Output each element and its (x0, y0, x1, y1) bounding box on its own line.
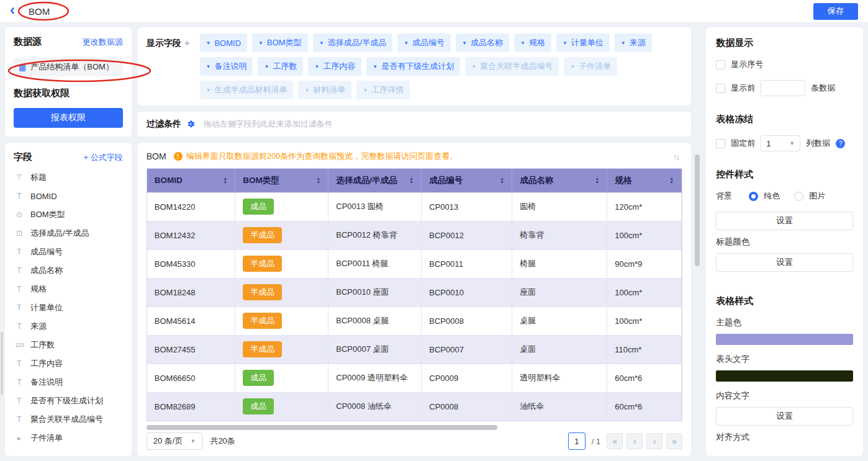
field-item[interactable]: TBOMID (14, 187, 123, 205)
field-item[interactable]: T聚合关联半成品编号 (14, 410, 123, 429)
table-row[interactable]: BOM45614半成品BCP0008 桌腿BCP0008桌腿100cm* (147, 307, 682, 335)
change-datasource-link[interactable]: 更改数据源 (83, 37, 123, 48)
content: 数据源 更改数据源 ▦ 产品结构清单（BOM） 数据获取权限 报表权限 字段 +… (0, 22, 868, 461)
display-field-chip[interactable]: ▼工序数 (258, 57, 303, 76)
display-field-chip[interactable]: ▼材料清单 (298, 81, 351, 99)
add-formula-field-link[interactable]: + 公式字段 (84, 152, 123, 163)
background-set-button[interactable]: 设置 (716, 212, 853, 230)
display-field-chip[interactable]: ▼BOMID (200, 34, 248, 52)
display-field-chip[interactable]: ▼子件清单 (564, 57, 617, 76)
gear-icon[interactable] (186, 120, 195, 128)
sidebar-scrollbar[interactable] (1, 332, 3, 395)
display-field-chip[interactable]: ▼聚合关联半成品编号 (465, 57, 559, 76)
save-button[interactable]: 保存 (813, 3, 858, 20)
table-row[interactable]: BOM82689成品CP0008 油纸伞CP0008油纸伞60cm*6 (147, 392, 682, 421)
chevron-down-icon: ▼ (319, 40, 324, 46)
field-item[interactable]: 123工序数 (14, 336, 123, 354)
field-item[interactable]: T成品名称 (14, 261, 123, 280)
theme-color-swatch[interactable] (716, 334, 853, 345)
field-item[interactable]: T成品编号 (14, 243, 123, 261)
show-first-label: 显示前 (731, 83, 755, 94)
field-label: 计量单位 (30, 302, 63, 313)
content-text-set-button[interactable]: 设置 (716, 407, 853, 426)
display-field-chip[interactable]: ▼备注说明 (200, 57, 253, 76)
display-field-chip[interactable]: ▼是否有下级生成计划 (366, 57, 460, 76)
prev-page-button[interactable]: ‹ (626, 433, 643, 449)
field-item[interactable]: ▸子件清单 (14, 429, 123, 447)
vertical-scrollbar[interactable] (695, 154, 700, 266)
cell: BCP0007 (422, 335, 512, 364)
header-text-swatch[interactable] (716, 370, 853, 382)
display-field-chip[interactable]: ▼生成半成品材料清单 (200, 81, 294, 99)
field-item[interactable]: T备注说明 (14, 373, 123, 392)
horizontal-scrollbar[interactable] (147, 425, 497, 430)
chevron-down-icon: ▼ (404, 40, 409, 46)
sort-icon[interactable]: ▲▼ (409, 177, 414, 184)
table-row[interactable]: BOM14220成品CP0013 圆椅CP0013圆椅120cm* (147, 192, 682, 221)
first-page-button[interactable]: « (607, 433, 623, 449)
display-field-chip[interactable]: ▼成品名称 (456, 34, 509, 52)
report-permission-button[interactable]: 报表权限 (14, 108, 123, 128)
column-header[interactable]: 规格▲▼ (607, 169, 682, 192)
back-icon[interactable]: ‹ (10, 2, 15, 17)
sort-icon[interactable]: ▲▼ (316, 177, 320, 184)
field-item[interactable]: T工序内容 (14, 354, 123, 373)
pagination-nav: «‹›» (607, 433, 682, 449)
column-header[interactable]: 成品编号▲▼ (422, 169, 512, 192)
field-item[interactable]: T是否有下级生成计划 (14, 392, 123, 410)
column-header[interactable]: BOMID▲▼ (147, 169, 235, 192)
cell: BCP0011 椅腿 (328, 249, 422, 278)
solid-color-radio[interactable] (749, 192, 758, 201)
field-item[interactable]: T来源 (14, 317, 123, 336)
image-radio[interactable] (794, 192, 803, 201)
display-field-chip[interactable]: ▼工序内容 (308, 57, 361, 76)
display-field-chip[interactable]: ▼工序详情 (356, 81, 410, 99)
sort-icon[interactable]: ▲▼ (500, 177, 504, 184)
column-header[interactable]: BOM类型▲▼ (235, 169, 328, 192)
table-row[interactable]: BOM27455半成品BCP0007 桌面BCP0007桌面110cm* (147, 335, 682, 364)
display-field-chip[interactable]: ▼规格 (514, 34, 551, 52)
text-field-icon: T (14, 266, 25, 275)
field-item[interactable]: T计量单位 (14, 298, 123, 317)
freeze-columns-select[interactable]: 1 ▼ (761, 135, 800, 151)
show-first-count-input[interactable] (761, 80, 805, 96)
next-page-button[interactable]: › (646, 433, 662, 449)
column-header[interactable]: 选择成品/半成品▲▼ (328, 169, 422, 192)
page-title: BOM (29, 6, 50, 17)
table-row[interactable]: BOM18248半成品BCP0010 座面BCP0010座面100cm* (147, 278, 682, 307)
field-item[interactable]: ⊡选择成品/半成品 (14, 224, 123, 243)
table-row[interactable]: BOM45330半成品BCP0011 椅腿BCP0011椅腿90cm*9 (147, 249, 682, 278)
show-first-checkbox[interactable] (716, 84, 725, 93)
chevron-down-icon: ▼ (190, 438, 196, 444)
column-header[interactable]: 成品名称▲▼ (512, 169, 607, 192)
sort-order-icon[interactable]: ↑↓ (673, 152, 682, 161)
page-size-select[interactable]: 20 条/页 ▼ (147, 432, 203, 450)
freeze-checkbox[interactable] (716, 139, 725, 148)
sort-icon[interactable]: ▲▼ (595, 177, 599, 184)
display-field-chip[interactable]: ▼计量单位 (556, 34, 610, 52)
sort-icon[interactable]: ▲▼ (669, 177, 674, 184)
display-field-chip[interactable]: ▼选择成品/半成品 (313, 34, 393, 52)
field-item[interactable]: ⊙BOM类型 (14, 205, 123, 224)
column-header-label: 成品名称 (520, 175, 553, 186)
table-row[interactable]: BOM12432半成品BCP0012 椅靠背BCP0012椅靠背100cm* (147, 221, 682, 249)
show-index-checkbox[interactable] (716, 60, 725, 69)
field-item[interactable]: T规格 (14, 280, 123, 298)
help-icon[interactable]: ? (836, 139, 845, 148)
sort-icon[interactable]: ▲▼ (223, 177, 227, 184)
last-page-button[interactable]: » (666, 433, 682, 449)
type-badge: 半成品 (243, 313, 282, 329)
cell-bom-type: 半成品 (235, 278, 328, 307)
add-display-field-button[interactable]: + (184, 37, 190, 48)
chip-label: 备注说明 (214, 61, 246, 72)
title-color-set-button[interactable]: 设置 (716, 253, 853, 272)
display-field-chip[interactable]: ▼来源 (615, 34, 652, 52)
chevron-down-icon: ▼ (264, 64, 269, 69)
current-page-input[interactable]: 1 (568, 432, 585, 450)
field-item[interactable]: ⊤标题 (14, 168, 123, 187)
datasource-item[interactable]: ▦ 产品结构清单（BOM） (14, 58, 123, 76)
display-field-chip[interactable]: ▼成品编号 (397, 34, 451, 52)
table-row[interactable]: BOM66650成品CP0009 透明塑料伞CP0009透明塑料伞60cm*6 (147, 364, 682, 392)
freeze-columns-value: 1 (766, 139, 771, 148)
display-field-chip[interactable]: ▼BOM类型 (252, 34, 308, 52)
